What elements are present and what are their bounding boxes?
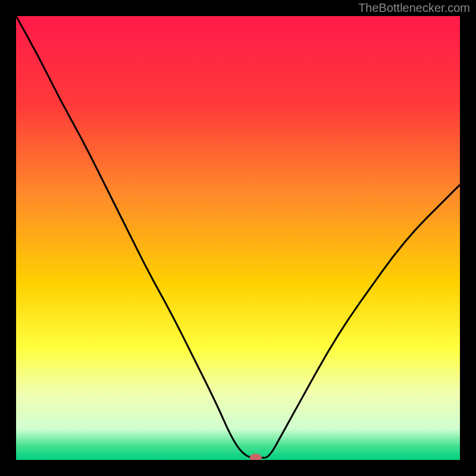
gradient-background <box>16 16 460 460</box>
watermark-text: TheBottlenecker.com <box>358 1 470 15</box>
chart-svg <box>16 16 460 460</box>
plot-area <box>16 16 460 460</box>
bottleneck-chart: TheBottlenecker.com <box>0 0 476 476</box>
